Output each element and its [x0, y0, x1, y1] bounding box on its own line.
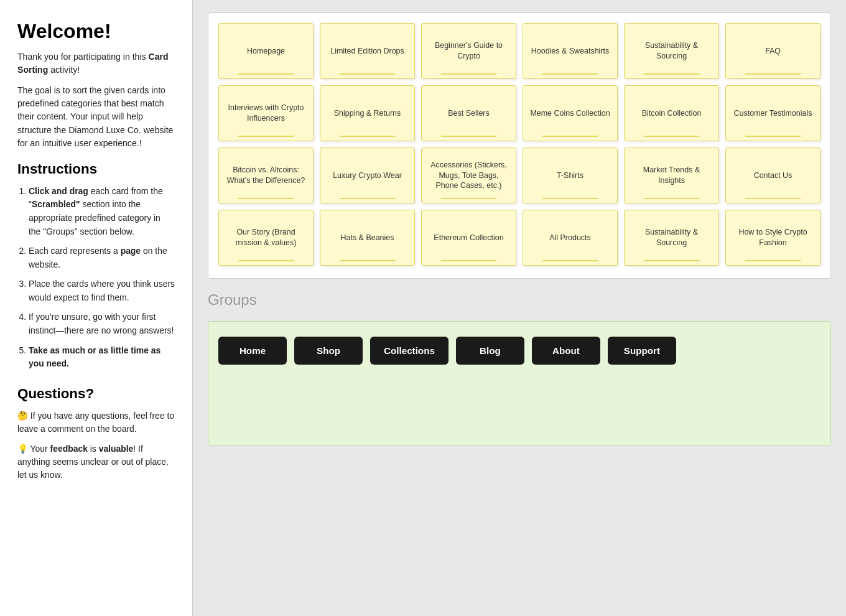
- scrambled-card[interactable]: FAQ: [725, 23, 820, 79]
- question-2: 💡 Your feedback is valuable! If anything…: [17, 442, 175, 482]
- scrambled-card[interactable]: Interviews with Crypto Influencers: [218, 85, 314, 141]
- scrambled-card[interactable]: Hats & Beanies: [320, 210, 415, 266]
- welcome-title: Welcome!: [17, 20, 175, 43]
- groups-label: Groups: [208, 291, 831, 309]
- scrambled-card[interactable]: Homepage: [218, 23, 314, 79]
- scrambled-card[interactable]: Luxury Crypto Wear: [320, 147, 415, 203]
- questions-title: Questions?: [17, 386, 175, 402]
- scrambled-card[interactable]: Market Trends & Insights: [624, 147, 719, 203]
- scrambled-card[interactable]: Sustainability & Sourcing: [624, 23, 719, 79]
- scrambled-section: HomepageLimited Edition DropsBeginner's …: [208, 12, 831, 279]
- scrambled-card[interactable]: Shipping & Returns: [320, 85, 415, 141]
- instruction-3: Place the cards where you think users wo…: [29, 278, 175, 304]
- card-sorting-bold: Card Sorting: [17, 52, 169, 75]
- instruction-5: Take as much or as little time as you ne…: [29, 344, 175, 371]
- right-panel: HomepageLimited Edition DropsBeginner's …: [193, 0, 846, 616]
- scrambled-card[interactable]: Bitcoin Collection: [624, 85, 719, 141]
- scrambled-card[interactable]: T-Shirts: [523, 147, 618, 203]
- intro-paragraph-1: Thank you for participating in this Card…: [17, 50, 175, 77]
- group-button[interactable]: About: [532, 337, 600, 365]
- scrambled-card[interactable]: Hoodies & Sweatshirts: [523, 23, 618, 79]
- scrambled-card[interactable]: Best Sellers: [421, 85, 516, 141]
- scrambled-card[interactable]: Meme Coins Collection: [523, 85, 618, 141]
- scrambled-card[interactable]: Bitcoin vs. Altcoins: What's the Differe…: [218, 147, 314, 203]
- group-button[interactable]: Shop: [294, 337, 363, 365]
- instructions-list: Click and drag each card from the "Scram…: [17, 185, 175, 371]
- left-panel: Welcome! Thank you for participating in …: [0, 0, 193, 616]
- cards-grid: HomepageLimited Edition DropsBeginner's …: [218, 23, 820, 266]
- scrambled-card[interactable]: Ethereum Collection: [421, 210, 516, 266]
- scrambled-card[interactable]: Accessories (Stickers, Mugs, Tote Bags, …: [421, 147, 516, 203]
- groups-section: Groups: [208, 291, 831, 309]
- group-button[interactable]: Blog: [456, 337, 524, 365]
- questions-section: Questions? 🤔 If you have any questions, …: [17, 386, 175, 482]
- groups-box[interactable]: HomeShopCollectionsBlogAboutSupport: [208, 321, 831, 446]
- scrambled-card[interactable]: Contact Us: [725, 147, 820, 203]
- instruction-4: If you're unsure, go with your first ins…: [29, 310, 175, 337]
- scrambled-card[interactable]: All Products: [523, 210, 618, 266]
- instructions-title: Instructions: [17, 161, 175, 177]
- scrambled-card[interactable]: Sustainability & Sourcing: [624, 210, 719, 266]
- question-1: 🤔 If you have any questions, feel free t…: [17, 409, 175, 436]
- scrambled-card[interactable]: Beginner's Guide to Crypto: [421, 23, 516, 79]
- scrambled-card[interactable]: Customer Testimonials: [725, 85, 820, 141]
- group-button[interactable]: Collections: [370, 337, 449, 365]
- group-button[interactable]: Support: [608, 337, 676, 365]
- scrambled-card[interactable]: Limited Edition Drops: [320, 23, 415, 79]
- instruction-2: Each card represents a page on the websi…: [29, 245, 175, 271]
- instruction-1: Click and drag each card from the "Scram…: [29, 185, 175, 238]
- scrambled-card[interactable]: Our Story (Brand mission & values): [218, 210, 314, 266]
- scrambled-card[interactable]: How to Style Crypto Fashion: [725, 210, 820, 266]
- group-button[interactable]: Home: [218, 337, 287, 365]
- intro-paragraph-2: The goal is to sort the given cards into…: [17, 84, 175, 150]
